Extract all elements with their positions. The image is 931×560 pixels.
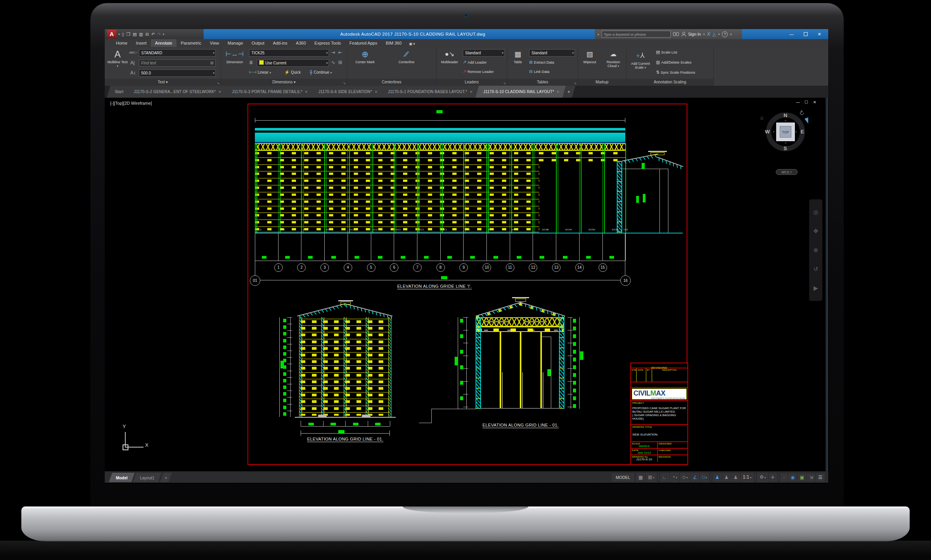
mleader-style-dropdown[interactable]: Standard — [463, 49, 505, 57]
wcs-dropdown[interactable]: WCS ▿ — [776, 169, 798, 175]
viewcube-home-icon[interactable]: ⌂ — [760, 115, 763, 121]
add-current-scale-button[interactable]: ✛Y Add Current Scale ▾ — [627, 48, 654, 70]
centerline-button[interactable]: ∕∕ Centerline — [393, 48, 420, 64]
trusted-autoload-icon[interactable]: ▣ — [798, 474, 806, 481]
text-style-dropdown[interactable]: STANDARD — [139, 49, 216, 57]
customization-menu-icon[interactable]: ☰ — [816, 474, 824, 481]
workspace-gear-icon[interactable]: ⚙ ▾ — [758, 473, 768, 482]
qat-dropdown-icon[interactable]: ▾ — [163, 33, 164, 36]
close-tab-icon[interactable]: ✕ — [305, 90, 308, 94]
viewcube[interactable]: ⌂ ↻ N S W E ▾ ▴ ▸ ◂ TOP WCS ▿ — [760, 109, 813, 178]
continue-dim-button[interactable]: ╫Continue ▾ — [310, 69, 332, 76]
layout1-tab[interactable]: Layout1 — [133, 472, 163, 482]
model-space-indicator[interactable]: MODEL — [612, 474, 633, 481]
panel-label-dimensions[interactable]: Dimensions ▾ — [221, 79, 347, 86]
graphics-performance-icon[interactable]: ◉ — [789, 474, 796, 481]
close-button[interactable]: ✕ — [818, 29, 821, 39]
revision-cloud-button[interactable]: ☁ Revision Cloud ▾ — [602, 48, 625, 68]
a360-caret-icon[interactable]: ▾ — [718, 33, 720, 36]
save-as-icon[interactable]: ▥ — [139, 30, 143, 38]
multiline-text-button[interactable]: A Multiline Text ▾ — [107, 48, 128, 68]
dimension-button[interactable]: ⊢↔⊣ Dimension — [223, 48, 247, 64]
file-tab[interactable]: J1170-S-6 SIDE ELEVATION*✕ — [310, 86, 386, 98]
ribbon-tab-insert[interactable]: Insert — [132, 39, 151, 47]
add-delete-scales-button[interactable]: ▥Add/Delete Scales — [656, 59, 692, 66]
panel-label-text[interactable]: Text ▾ — [105, 79, 221, 86]
help-icon[interactable]: ? — [722, 31, 728, 37]
ribbon-tab-output[interactable]: Output — [247, 39, 269, 47]
help-caret-icon[interactable]: ▾ — [730, 33, 732, 36]
snap-mode-icon[interactable]: ▦ ▾ — [646, 473, 656, 482]
isolate-objects-icon[interactable]: ◌ — [781, 474, 787, 481]
ribbon-options-icon[interactable]: ▣ ▾ — [406, 41, 418, 47]
check-spelling-icon[interactable]: ABC✓ — [129, 50, 138, 55]
table-button[interactable]: ▦ Table — [508, 48, 528, 64]
exchange-apps-icon[interactable]: X — [707, 31, 710, 37]
autoscale-icon[interactable]: ♟ — [722, 474, 730, 481]
viewport-controls[interactable]: [-][Top][2D Wireframe] — [110, 101, 152, 105]
logo-caret-icon[interactable]: ▾ — [118, 33, 120, 36]
table-style-dropdown[interactable]: Standard — [529, 49, 575, 57]
autodesk-a360-icon[interactable]: △ — [713, 32, 716, 37]
ribbon-tab-parametric[interactable]: Parametric — [177, 39, 206, 47]
ribbon-tab-home[interactable]: Home — [112, 39, 132, 47]
model-tab[interactable]: Model — [108, 472, 135, 482]
pan-icon[interactable]: ✥ — [813, 228, 819, 235]
center-mark-button[interactable]: ⊕ Center Mark — [353, 48, 377, 64]
redo-icon[interactable]: ↷ — [157, 30, 161, 38]
undo-icon[interactable]: ↶ — [151, 30, 155, 38]
show-motion-icon[interactable]: ▶ — [813, 285, 818, 292]
find-text-input[interactable] — [139, 59, 216, 67]
annotation-visibility-icon[interactable]: ♟ — [713, 474, 721, 481]
ribbon-tab-express-tools[interactable]: Express Tools — [310, 39, 345, 47]
search-input[interactable] — [602, 31, 671, 38]
dim-inspect-icon[interactable]: ⊞ — [338, 60, 342, 65]
ribbon-tab-manage[interactable]: Manage — [223, 39, 247, 47]
navigation-bar[interactable]: ◎✥⊕↺▶ — [809, 199, 822, 301]
linear-dim-button[interactable]: ⊢⊣Linear ▾ — [249, 69, 271, 76]
ortho-mode-icon[interactable]: ∟ — [661, 474, 669, 481]
link-data-button[interactable]: ⊟Link Data — [529, 68, 549, 75]
viewcube-top-face[interactable]: TOP — [780, 126, 791, 138]
ribbon-tab-annotate[interactable]: Annotate — [151, 39, 177, 47]
text-height-dropdown[interactable]: 500.0 — [139, 69, 216, 77]
find-go-icon[interactable]: ◎ — [210, 60, 214, 66]
doc-minimize-button[interactable]: — — [796, 100, 800, 104]
search-icon[interactable] — [673, 32, 679, 36]
ribbon-tab-bim-360[interactable]: BIM 360 — [381, 39, 406, 47]
sync-scale-positions-button[interactable]: ⇅Sync Scale Positions — [656, 69, 695, 76]
scale-list-button[interactable]: ▤Scale List — [656, 48, 677, 56]
save-icon[interactable]: ▤ — [133, 30, 137, 38]
viewcube-rotate-icon[interactable]: ↻ — [798, 109, 806, 118]
add-leader-button[interactable]: ↗Add Leader — [463, 59, 486, 66]
ribbon-tab-add-ins[interactable]: Add-ins — [269, 39, 292, 47]
sign-in-button[interactable]: Sign In — [688, 32, 701, 36]
orbit-icon[interactable]: ↺ — [813, 266, 819, 273]
dim-style-dropdown[interactable]: TICK25 — [249, 49, 329, 57]
ribbon-tab-a360[interactable]: A360 — [292, 39, 310, 47]
text-dialog-launcher-icon[interactable]: ↘ — [217, 81, 220, 85]
ribbon-tab-featured-apps[interactable]: Featured Apps — [345, 39, 382, 47]
sign-in-caret-icon[interactable]: ▾ — [703, 33, 705, 36]
tables-dialog-launcher-icon[interactable]: ↘ — [574, 81, 576, 85]
object-snap-tracking-icon[interactable]: ∠ — [691, 474, 699, 481]
annotation-monitor-icon[interactable]: ✛ — [769, 474, 777, 481]
restore-button[interactable] — [804, 29, 808, 39]
dim-jog-icon[interactable]: ∿ — [331, 60, 335, 65]
file-tab[interactable]: J1170-S-10 CLADDING RAIL LAYOUT*✕ — [476, 86, 568, 98]
file-tab[interactable]: J1170-S-1 FOUNDATION BASES LAYOUT.*✕ — [380, 86, 481, 98]
extract-data-button[interactable]: ⊞Extract Data — [529, 59, 554, 66]
close-tab-icon[interactable]: ✕ — [557, 90, 560, 94]
quick-dim-button[interactable]: ⚡Quick — [284, 69, 301, 76]
dim-dialog-launcher-icon[interactable]: ↘ — [343, 81, 346, 85]
dim-layer-dropdown[interactable]: Use Current — [257, 59, 329, 67]
close-tab-icon[interactable]: ✕ — [470, 90, 473, 94]
dim-adjust-space-icon[interactable]: ⇤ — [338, 50, 342, 55]
remove-leader-button[interactable]: ↗Remove Leader — [463, 68, 494, 75]
open-file-icon[interactable]: ❒ — [126, 30, 130, 38]
ribbon-tab-view[interactable]: View — [206, 39, 223, 47]
drawing-canvas[interactable]: [-][Top][2D Wireframe] — [105, 98, 828, 471]
close-tab-icon[interactable]: ✕ — [375, 90, 378, 94]
isodraft-icon[interactable]: ◇ ▾ — [680, 473, 690, 482]
file-tab[interactable]: J1170-S-2 GENERA...ENT OF STEELWORK*✕ — [126, 86, 230, 98]
